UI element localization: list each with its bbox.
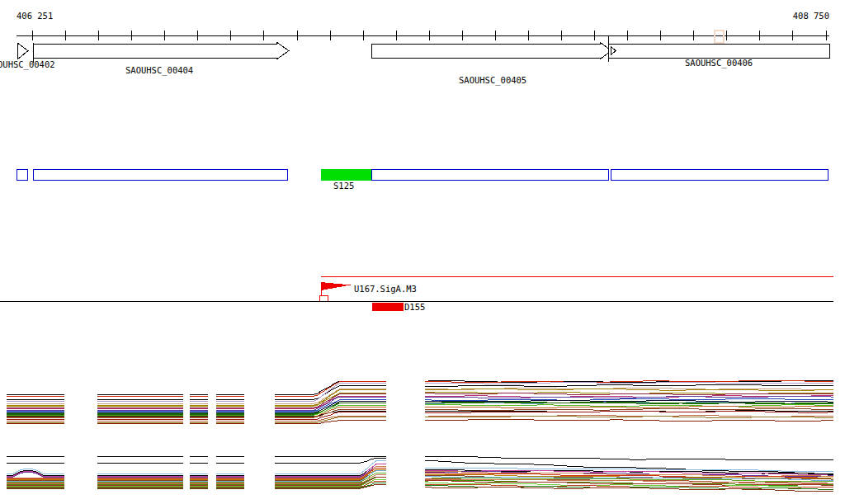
gene-SAOUHSC_00405[interactable]: [371, 42, 611, 59]
ruler-right-coordinate: 408 750: [793, 11, 829, 21]
gene-arrow[interactable]: [33, 42, 289, 59]
expression-trace: [425, 404, 833, 406]
gene-SAOUHSC_00402[interactable]: [17, 43, 28, 59]
expression-panel-lower[interactable]: [7, 456, 833, 491]
gene-label-saouhsc-00405: SAOUHSC_00405: [459, 75, 526, 85]
gene-arrowhead[interactable]: [17, 43, 28, 59]
transcript-track: [17, 169, 828, 180]
gene-label-saouhsc-00402: OUHSC_00402: [0, 59, 55, 69]
genome-browser-scene: [0, 0, 845, 504]
gene-label-saouhsc-00404: SAOUHSC_00404: [125, 65, 193, 75]
transcript-box[interactable]: [611, 169, 828, 180]
feature-label-d155: D155: [404, 302, 425, 312]
expression-trace: [425, 384, 833, 386]
transcript-box[interactable]: [33, 169, 287, 180]
transcript-box[interactable]: [17, 169, 27, 180]
tss-position-box[interactable]: [319, 296, 328, 302]
transcript-segment-s125[interactable]: [321, 169, 371, 180]
gene-arrow[interactable]: [371, 42, 611, 59]
tss-flag-u167-siga-m3[interactable]: [321, 282, 351, 290]
genome-browser-view: 406 251 408 750 OUHSC_00402 SAOUHSC_0040…: [0, 0, 845, 504]
segment-label-s125: S125: [333, 181, 354, 191]
gene-box[interactable]: [608, 44, 829, 58]
expression-trace: [275, 464, 386, 476]
transcript-box[interactable]: [371, 169, 608, 180]
feature-d155-box[interactable]: [372, 303, 404, 311]
expression-trace: [425, 456, 833, 459]
ruler[interactable]: [17, 31, 829, 43]
gene-SAOUHSC_00404[interactable]: [33, 42, 289, 63]
expression-trace: [425, 398, 833, 400]
prediction-label-u167-siga-m3: U167.SigA.M3: [354, 284, 417, 294]
ruler-selection-highlight[interactable]: [715, 31, 724, 43]
expression-trace: [425, 419, 833, 421]
ruler-left-coordinate: 406 251: [17, 11, 53, 21]
gene-label-saouhsc-00406: SAOUHSC_00406: [685, 58, 753, 68]
expression-panel-upper[interactable]: [7, 380, 833, 423]
expression-trace: [275, 458, 386, 463]
